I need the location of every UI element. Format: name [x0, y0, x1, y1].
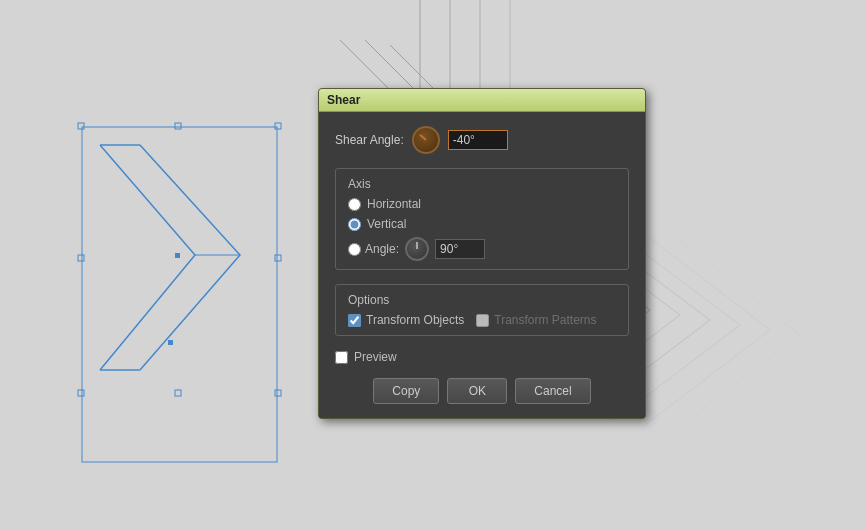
transform-patterns-label: Transform Patterns [494, 313, 596, 327]
bg-chevron-12 [675, 240, 800, 430]
handle-ml [78, 255, 84, 261]
transform-objects-label: Transform Objects [366, 313, 464, 327]
vertical-label: Vertical [367, 217, 406, 231]
axis-legend: Axis [348, 177, 616, 191]
preview-checkbox[interactable] [335, 351, 348, 364]
vertical-radio[interactable] [348, 218, 361, 231]
transform-patterns-row: Transform Patterns [476, 313, 596, 327]
angle-sub-input[interactable] [435, 239, 485, 259]
angle-sub-dial[interactable] [405, 237, 429, 261]
angle-sub-row: Angle: [348, 237, 616, 261]
transform-patterns-checkbox[interactable] [476, 314, 489, 327]
handle-tr [275, 123, 281, 129]
handle-br [275, 390, 281, 396]
center-dot [175, 253, 180, 258]
cancel-button[interactable]: Cancel [515, 378, 590, 404]
ok-button[interactable]: OK [447, 378, 507, 404]
dialog-title-bar: Shear [319, 89, 645, 112]
shear-angle-label: Shear Angle: [335, 133, 404, 147]
preview-label: Preview [354, 350, 397, 364]
transform-objects-row: Transform Objects [348, 313, 464, 327]
horizontal-radio[interactable] [348, 198, 361, 211]
options-row: Transform Objects Transform Patterns [348, 313, 616, 327]
selection-rect [82, 127, 277, 462]
angle-radio-wrap: Angle: [348, 242, 399, 256]
vertical-radio-row: Vertical [348, 217, 616, 231]
transform-objects-checkbox[interactable] [348, 314, 361, 327]
options-group: Options Transform Objects Transform Patt… [335, 284, 629, 336]
angle-sub-label: Angle: [365, 242, 399, 256]
chevron-left [100, 145, 195, 370]
horizontal-radio-row: Horizontal [348, 197, 616, 211]
dialog-title: Shear [327, 93, 360, 107]
center-dot2 [168, 340, 173, 345]
shear-dialog: Shear Shear Angle: Axis Horizontal Verti… [318, 88, 646, 419]
horizontal-label: Horizontal [367, 197, 421, 211]
dialog-content: Shear Angle: Axis Horizontal Vertical An… [319, 112, 645, 418]
bg-chevron-11 [645, 238, 770, 425]
shear-angle-row: Shear Angle: [335, 126, 629, 154]
handle-tm [175, 123, 181, 129]
handle-bl [78, 390, 84, 396]
handle-bm [175, 390, 181, 396]
chevron-right [140, 145, 240, 370]
copy-button[interactable]: Copy [373, 378, 439, 404]
axis-group: Axis Horizontal Vertical Angle: [335, 168, 629, 270]
shear-angle-input[interactable] [448, 130, 508, 150]
handle-tl [78, 123, 84, 129]
handle-mr [275, 255, 281, 261]
preview-row: Preview [335, 350, 629, 364]
angle-radio[interactable] [348, 243, 361, 256]
options-legend: Options [348, 293, 616, 307]
button-row: Copy OK Cancel [335, 378, 629, 404]
shear-angle-dial[interactable] [412, 126, 440, 154]
